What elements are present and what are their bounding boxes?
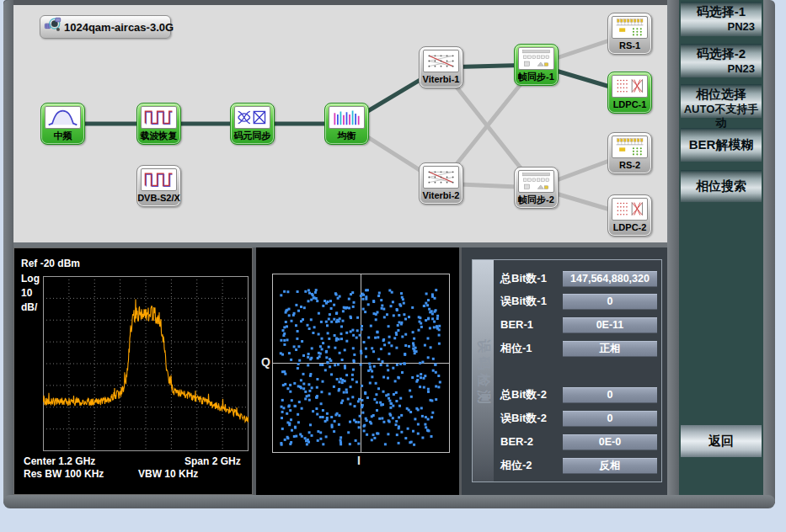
ber-row-value: 0 xyxy=(563,294,657,310)
ber-row-label: 总Bit数-1 xyxy=(500,271,563,285)
sidebar-button-label: 码选择-1 xyxy=(681,2,762,20)
sidebar-button-sublabel: AUTO不支持手动 xyxy=(681,103,762,130)
ber-row-label: BER-2 xyxy=(500,434,563,449)
spectrum-icon xyxy=(45,106,81,129)
sidebar-button-sublabel: PN23 xyxy=(681,20,762,34)
ber-row-value: 0 xyxy=(563,411,657,427)
signal-title-button[interactable]: 1024qam-aircas-3.0G xyxy=(40,15,171,39)
eye-icon xyxy=(234,106,270,129)
ber-row-label: 误Bit数-2 xyxy=(500,411,563,425)
flow-node-label: 帧同步-1 xyxy=(515,70,558,84)
frame-icon xyxy=(518,170,554,193)
ldpc-icon xyxy=(612,198,648,221)
sidebar-button-label: 相位搜索 xyxy=(696,178,746,194)
spectrum-scale-value: 10 xyxy=(21,287,32,299)
sidebar-button-sublabel: PN23 xyxy=(681,62,762,76)
q-axis-label: Q xyxy=(261,355,270,369)
rs-icon xyxy=(612,136,648,158)
spectrum-span-label: Span 2 GHz xyxy=(184,455,241,467)
sidebar-button-label: 码选择-2 xyxy=(681,44,762,62)
flow-node-if[interactable]: 中频 xyxy=(40,103,85,145)
i-axis-label: I xyxy=(357,454,361,467)
bottom-display-area: Ref -20 dBm Log 10 dB/ Center 1.2 GHz Sp… xyxy=(13,247,667,495)
ber-detection-panel: 误码检测 总Bit数-1147,564,880,320误Bit数-10BER-1… xyxy=(462,247,667,495)
trellis-icon xyxy=(423,166,459,189)
flow-node-label: Viterbi-2 xyxy=(420,189,463,203)
spectrum-center-label: Center 1.2 GHz xyxy=(24,455,95,467)
ber-row-value: 正相 xyxy=(563,341,657,357)
spectrum-panel: Ref -20 dBm Log 10 dB/ Center 1.2 GHz Sp… xyxy=(13,247,253,495)
pulse-icon xyxy=(141,106,177,129)
ber-row-label: 总Bit数-2 xyxy=(500,387,563,402)
sidebar-button-5[interactable]: 相位搜索 xyxy=(681,170,762,202)
frame-left-bar xyxy=(3,0,13,503)
spectrum-scale-label: Log xyxy=(21,273,40,285)
flow-node-frame2[interactable]: 帧同步-2 xyxy=(514,167,559,209)
sidebar-menu: 码选择-1PN23码选择-2PN23相位选择AUTO不支持手动BER解模糊相位搜… xyxy=(679,0,763,495)
ber-row-value: 0E-11 xyxy=(563,317,657,333)
flow-node-ldpc1[interactable]: LDPC-1 xyxy=(607,72,652,114)
application-window: 中频载波恢复码元同步均衡DVB-S2/XViterbi-1Viterbi-2帧同… xyxy=(0,0,786,532)
ber-row-value: 147,564,880,320 xyxy=(563,271,657,287)
flow-node-frame1[interactable]: 帧同步-1 xyxy=(514,44,559,86)
flow-node-label: 中频 xyxy=(41,129,84,143)
ber-row-label: BER-1 xyxy=(500,317,563,332)
flow-node-label: RS-2 xyxy=(608,158,651,173)
sidebar-button-2[interactable]: 码选择-2PN23 xyxy=(681,44,762,77)
flow-node-carrier[interactable]: 载波恢复 xyxy=(136,103,181,145)
flow-node-equalize[interactable]: 均衡 xyxy=(324,103,369,145)
flow-node-ldpc2[interactable]: LDPC-2 xyxy=(607,194,652,237)
frame-bottom-bar xyxy=(3,495,775,508)
spectrum-vbw-label: VBW 10 KHz xyxy=(138,468,198,480)
ber-side-label: 误码检测 xyxy=(474,332,492,416)
frame-icon xyxy=(518,47,554,70)
ber-row-value: 反相 xyxy=(563,458,657,474)
flow-node-label: LDPC-2 xyxy=(608,221,651,235)
sidebar-button-3[interactable]: 相位选择AUTO不支持手动 xyxy=(681,84,762,118)
sidebar-button-1[interactable]: 码选择-1PN23 xyxy=(681,2,762,36)
flow-node-symsync[interactable]: 码元同步 xyxy=(230,103,275,145)
rs-icon xyxy=(612,16,648,39)
sidebar-button-label: BER解模糊 xyxy=(689,137,754,153)
flow-diagram-panel: 中频载波恢复码元同步均衡DVB-S2/XViterbi-1Viterbi-2帧同… xyxy=(13,5,667,242)
spectrum-ref-label: Ref -20 dBm xyxy=(21,258,80,269)
ber-row-value: 0E-0 xyxy=(563,434,657,450)
flow-node-rs1[interactable]: RS-1 xyxy=(607,13,652,55)
spectrum-plot xyxy=(43,276,249,451)
frame-divider-bar xyxy=(667,0,679,503)
flow-node-label: Viterbi-1 xyxy=(420,72,463,87)
flow-node-label: LDPC-1 xyxy=(608,98,651,112)
sidebar-button-4[interactable]: BER解模糊 xyxy=(681,128,762,162)
back-button[interactable]: 返回 xyxy=(681,425,762,457)
ber-side-strip: 误码检测 xyxy=(473,260,494,481)
satellite-icon xyxy=(44,16,62,38)
ber-row-label: 误Bit数-1 xyxy=(500,294,563,308)
flow-node-label: 帧同步-2 xyxy=(515,193,558,207)
ber-row-label: 相位-1 xyxy=(500,341,563,355)
ber-row-value: 0 xyxy=(563,387,657,403)
flow-node-label: 码元同步 xyxy=(231,129,274,143)
spectrum-scale-unit: dB/ xyxy=(21,301,37,313)
flow-node-label: RS-1 xyxy=(608,39,651,53)
signal-title-label: 1024qam-aircas-3.0G xyxy=(64,21,174,34)
flow-node-viterbi1[interactable]: Viterbi-1 xyxy=(419,46,463,88)
flow-node-rs2[interactable]: RS-2 xyxy=(607,132,652,174)
flow-node-viterbi2[interactable]: Viterbi-2 xyxy=(419,162,463,205)
ber-row-label: 相位-2 xyxy=(500,458,563,472)
flow-node-label: 载波恢复 xyxy=(137,129,180,143)
bars-icon xyxy=(329,106,365,129)
flow-node-label: DVB-S2/X xyxy=(137,191,180,205)
flow-node-label: 均衡 xyxy=(325,129,368,143)
flow-node-dvb[interactable]: DVB-S2/X xyxy=(136,165,181,207)
frame-right-bar xyxy=(763,0,775,503)
sidebar-button-label: 相位选择 xyxy=(681,84,762,103)
window-frame: 中频载波恢复码元同步均衡DVB-S2/XViterbi-1Viterbi-2帧同… xyxy=(3,0,775,508)
constellation-panel: Q I xyxy=(256,247,459,495)
ldpc-icon xyxy=(612,75,648,98)
trellis-icon xyxy=(423,50,459,72)
pulse-icon xyxy=(141,168,177,191)
spectrum-rbw-label: Res BW 100 KHz xyxy=(24,468,104,480)
